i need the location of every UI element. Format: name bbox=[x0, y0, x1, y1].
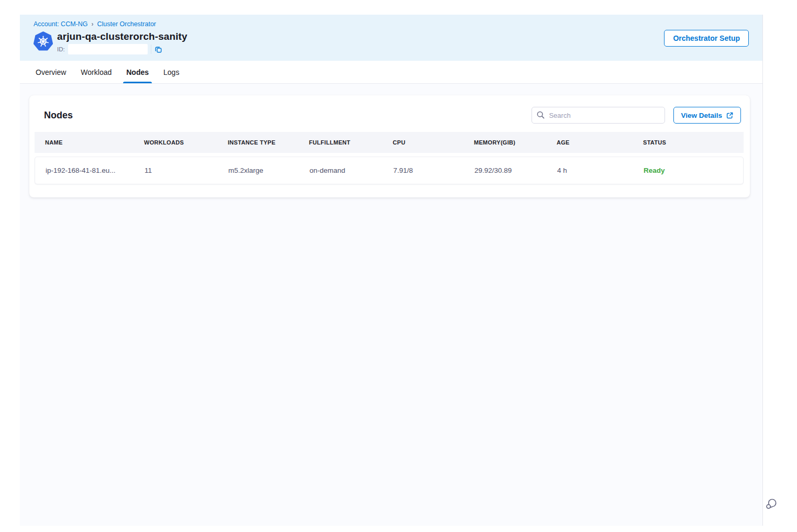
view-details-label: View Details bbox=[681, 112, 722, 119]
main-panel: Account: CCM-NG › Cluster Orchestrator bbox=[20, 15, 763, 526]
nodes-table: NAME WORKLOADS INSTANCE TYPE FULFILLMENT… bbox=[29, 132, 750, 184]
view-details-button[interactable]: View Details bbox=[673, 107, 741, 124]
cell-memory: 29.92/30.89 bbox=[474, 167, 557, 174]
cluster-id-row: ID: bbox=[57, 44, 187, 54]
column-header-instance-type: INSTANCE TYPE bbox=[228, 139, 309, 146]
search-input[interactable] bbox=[532, 107, 665, 124]
cell-instance-type: m5.2xlarge bbox=[228, 167, 309, 174]
nodes-card-title: Nodes bbox=[44, 110, 73, 121]
cell-cpu: 7.91/8 bbox=[393, 167, 474, 174]
cell-fulfillment: on-demand bbox=[309, 167, 393, 174]
tab-overview[interactable]: Overview bbox=[36, 61, 66, 83]
cell-node-name: ip-192-168-41-81.eu... bbox=[35, 167, 145, 174]
breadcrumb-account-link[interactable]: Account: CCM-NG bbox=[34, 20, 88, 28]
cell-status: Ready bbox=[644, 167, 743, 174]
breadcrumb-separator-icon: › bbox=[92, 20, 94, 28]
tab-workload[interactable]: Workload bbox=[81, 61, 112, 83]
table-row[interactable]: ip-192-168-41-81.eu... 11 m5.2xlarge on-… bbox=[35, 157, 744, 184]
content-area: Nodes View Details bbox=[20, 84, 762, 526]
column-header-workloads: WORKLOADS bbox=[144, 139, 228, 146]
tab-bar: Overview Workload Nodes Logs bbox=[20, 61, 762, 84]
search-box bbox=[532, 107, 665, 124]
tab-nodes[interactable]: Nodes bbox=[126, 61, 149, 83]
chat-launcher-icon[interactable] bbox=[764, 496, 779, 511]
search-icon bbox=[536, 110, 545, 119]
cluster-header: Account: CCM-NG › Cluster Orchestrator bbox=[20, 15, 762, 61]
cluster-id-label: ID: bbox=[57, 46, 65, 52]
breadcrumb: Account: CCM-NG › Cluster Orchestrator bbox=[34, 20, 749, 28]
column-header-cpu: CPU bbox=[393, 139, 474, 146]
cluster-title: arjun-qa-clusterorch-sanity bbox=[57, 31, 187, 42]
column-header-fulfillment: FULFILLMENT bbox=[309, 139, 393, 146]
copy-id-icon[interactable] bbox=[151, 45, 163, 54]
orchestrator-setup-button[interactable]: Orchestrator Setup bbox=[664, 30, 749, 47]
column-header-memory: MEMORY(GIB) bbox=[474, 139, 557, 146]
title-row: arjun-qa-clusterorch-sanity ID: bbox=[34, 31, 749, 54]
tab-logs[interactable]: Logs bbox=[163, 61, 179, 83]
table-header-row: NAME WORKLOADS INSTANCE TYPE FULFILLMENT… bbox=[35, 132, 744, 153]
column-header-age: AGE bbox=[557, 139, 643, 146]
column-header-status: STATUS bbox=[643, 139, 744, 146]
cluster-id-value bbox=[68, 44, 148, 54]
kubernetes-icon bbox=[34, 31, 53, 51]
cell-age: 4 h bbox=[557, 167, 644, 174]
column-header-name: NAME bbox=[35, 139, 144, 146]
breadcrumb-cluster-orchestrator-link[interactable]: Cluster Orchestrator bbox=[97, 20, 157, 28]
card-header-actions: View Details bbox=[532, 107, 741, 124]
nodes-card: Nodes View Details bbox=[29, 95, 750, 197]
cell-workloads: 11 bbox=[145, 167, 228, 174]
external-link-icon bbox=[726, 112, 734, 119]
title-block: arjun-qa-clusterorch-sanity ID: bbox=[57, 31, 187, 54]
nodes-card-header: Nodes View Details bbox=[29, 95, 750, 132]
